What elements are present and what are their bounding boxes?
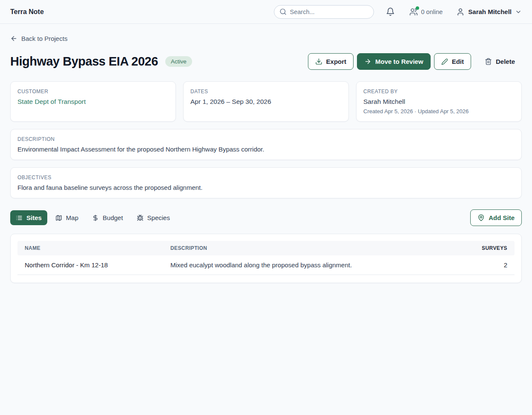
action-buttons: Export Move to Review Edit Delete: [308, 53, 522, 70]
back-to-projects-link[interactable]: Back to Projects: [10, 35, 67, 42]
customer-value: State Dept of Transport: [17, 98, 169, 106]
map-icon: [55, 215, 62, 221]
description-text: Environmental Impact Assessment for the …: [17, 146, 515, 153]
table-row[interactable]: Northern Corridor - Km 12-18 Mixed eucal…: [17, 255, 515, 275]
export-button[interactable]: Export: [308, 53, 354, 70]
bell-icon: [386, 7, 395, 16]
back-link-label: Back to Projects: [21, 35, 67, 42]
search-input[interactable]: [290, 9, 368, 15]
arrow-right-icon: [364, 58, 371, 65]
chevron-down-icon: [515, 9, 522, 15]
objectives-label: OBJECTIVES: [17, 175, 515, 180]
dates-card: DATES Apr 1, 2026 – Sep 30, 2026: [183, 81, 349, 122]
info-cards: CUSTOMER State Dept of Transport DATES A…: [10, 81, 522, 122]
move-to-review-button-label: Move to Review: [375, 58, 423, 65]
delete-button-label: Delete: [496, 58, 515, 65]
status-badge: Active: [165, 56, 192, 67]
online-status: 0 online: [409, 8, 443, 16]
move-to-review-button[interactable]: Move to Review: [357, 53, 431, 70]
map-pin-icon: [477, 214, 485, 221]
topbar: Terra Note 0 online Sarah Mitchell: [0, 0, 532, 24]
description-card: DESCRIPTION Environmental Impact Assessm…: [10, 129, 522, 160]
presence-dot: [416, 6, 419, 10]
user-menu[interactable]: Sarah Mitchell: [456, 8, 522, 16]
edit-button-label: Edit: [452, 58, 464, 65]
tab-budget[interactable]: Budget: [86, 210, 129, 225]
app-logo: Terra Note: [10, 8, 44, 16]
user-icon: [456, 8, 465, 16]
users-icon: [409, 8, 418, 16]
created-by-card: CREATED BY Sarah Mitchell Created Apr 5,…: [356, 81, 522, 122]
notifications-button[interactable]: [385, 6, 396, 17]
created-updated-meta: Created Apr 5, 2026 · Updated Apr 5, 202…: [363, 108, 515, 114]
user-name: Sarah Mitchell: [468, 8, 512, 15]
created-by-value: Sarah Mitchell: [363, 98, 515, 106]
search-box[interactable]: [274, 5, 374, 19]
add-site-button[interactable]: Add Site: [470, 209, 522, 226]
export-button-label: Export: [326, 58, 347, 65]
objectives-card: OBJECTIVES Flora and fauna baseline surv…: [10, 167, 522, 198]
online-status-label: 0 online: [421, 9, 443, 15]
header-description: DESCRIPTION: [170, 245, 460, 251]
created-by-label: CREATED BY: [363, 89, 515, 94]
list-icon: [16, 215, 23, 221]
tab-map[interactable]: Map: [50, 210, 84, 225]
tab-species[interactable]: Species: [131, 210, 175, 225]
objectives-text: Flora and fauna baseline surveys across …: [17, 184, 515, 191]
tab-sites-label: Sites: [26, 214, 42, 221]
page-title: Highway Bypass EIA 2026: [10, 54, 158, 69]
tabs-row: Sites Map Budget Species: [10, 209, 522, 226]
dates-value: Apr 1, 2026 – Sep 30, 2026: [190, 98, 342, 106]
site-surveys-count: 2: [460, 261, 507, 269]
tab-map-label: Map: [66, 214, 78, 221]
search-icon: [279, 8, 287, 15]
header-name: NAME: [25, 245, 170, 251]
project-detail-page: Back to Projects Highway Bypass EIA 2026…: [0, 24, 532, 293]
tabs: Sites Map Budget Species: [10, 210, 175, 225]
download-icon: [315, 58, 322, 65]
sites-table-header: NAME DESCRIPTION SURVEYS: [17, 241, 515, 255]
tab-budget-label: Budget: [103, 214, 123, 221]
add-site-button-label: Add Site: [489, 214, 515, 221]
dates-label: DATES: [190, 89, 342, 94]
title-row: Highway Bypass EIA 2026 Active Export Mo…: [10, 53, 522, 70]
description-label: DESCRIPTION: [17, 136, 515, 142]
tab-sites[interactable]: Sites: [10, 210, 47, 225]
trash-icon: [485, 58, 492, 65]
site-description: Mixed eucalypt woodland along the propos…: [170, 261, 460, 269]
customer-card: CUSTOMER State Dept of Transport: [10, 81, 176, 122]
edit-button[interactable]: Edit: [434, 53, 471, 70]
tab-species-label: Species: [147, 214, 170, 221]
arrow-left-icon: [10, 35, 17, 42]
header-surveys: SURVEYS: [460, 245, 507, 251]
delete-button[interactable]: Delete: [478, 53, 522, 70]
sites-table: NAME DESCRIPTION SURVEYS Northern Corrid…: [10, 234, 522, 283]
bug-icon: [137, 215, 144, 221]
site-name: Northern Corridor - Km 12-18: [25, 261, 170, 269]
dollar-icon: [92, 215, 99, 221]
pencil-icon: [441, 58, 448, 65]
customer-label: CUSTOMER: [17, 89, 169, 94]
